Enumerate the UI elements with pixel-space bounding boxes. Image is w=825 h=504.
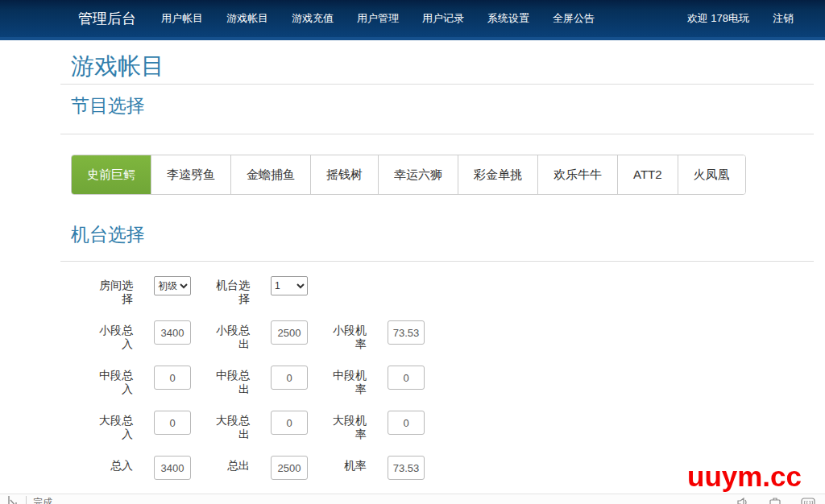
total-in-input[interactable] bbox=[154, 456, 191, 480]
total-out-input[interactable] bbox=[271, 456, 308, 480]
tab-game-3[interactable]: 摇钱树 bbox=[310, 155, 378, 194]
tab-game-0[interactable]: 史前巨鳄 bbox=[72, 155, 151, 194]
tab-game-2[interactable]: 金蟾捕鱼 bbox=[230, 155, 310, 194]
nav-item-game-recharge[interactable]: 游戏充值 bbox=[292, 11, 334, 26]
form-row-big: 大段总入 大段总出 大段机率 bbox=[71, 411, 814, 441]
signal-icon[interactable] bbox=[801, 496, 815, 504]
top-navbar: 管理后台 用户帐目 游戏帐目 游戏充值 用户管理 用户记录 系统设置 全屏公告 … bbox=[0, 0, 825, 40]
nav-item-fullscreen-announcement[interactable]: 全屏公告 bbox=[553, 11, 595, 26]
mid-total-out-input[interactable] bbox=[271, 366, 308, 390]
big-total-in-input[interactable] bbox=[154, 411, 191, 435]
total-in-label: 总入 bbox=[94, 456, 133, 473]
mid-rate-input[interactable] bbox=[388, 366, 425, 390]
nav-item-user-management[interactable]: 用户管理 bbox=[357, 11, 399, 26]
mid-total-in-input[interactable] bbox=[154, 366, 191, 390]
mid-total-in-label: 中段总入 bbox=[94, 366, 133, 396]
nav-item-user-records[interactable]: 用户记录 bbox=[422, 11, 464, 26]
page-title: 游戏帐目 bbox=[71, 53, 814, 79]
machine-number-select[interactable]: 1 bbox=[271, 276, 308, 295]
nav-item-user-accounts[interactable]: 用户帐目 bbox=[161, 11, 203, 26]
big-rate-input[interactable] bbox=[388, 411, 425, 435]
watermark-text: uuym.cc bbox=[687, 461, 802, 493]
welcome-text: 欢迎 178电玩 bbox=[687, 11, 749, 26]
total-out-label: 总出 bbox=[211, 456, 250, 473]
room-select[interactable]: 初级 bbox=[154, 276, 191, 295]
mid-rate-label: 中段机率 bbox=[328, 366, 367, 396]
tab-game-8[interactable]: 火凤凰 bbox=[678, 155, 745, 194]
main-content: 游戏帐目 节目选择 史前巨鳄 李逵劈鱼 金蟾捕鱼 摇钱树 幸运六狮 彩金单挑 欢… bbox=[71, 53, 814, 504]
game-tabs: 史前巨鳄 李逵劈鱼 金蟾捕鱼 摇钱树 幸运六狮 彩金单挑 欢乐牛牛 ATT2 火… bbox=[71, 155, 746, 195]
divider bbox=[60, 134, 814, 134]
total-rate-input[interactable] bbox=[388, 456, 425, 480]
status-bar: 完成 bbox=[0, 494, 825, 504]
form-row-selects: 房间选择 初级 机台选择 1 bbox=[71, 275, 814, 306]
small-total-out-label: 小段总出 bbox=[211, 320, 250, 351]
statusbar-separator bbox=[26, 496, 27, 504]
tab-game-6[interactable]: 欢乐牛牛 bbox=[537, 155, 617, 194]
small-rate-input[interactable] bbox=[388, 320, 425, 345]
mid-total-out-label: 中段总出 bbox=[211, 366, 250, 396]
form-row-small: 小段总入 小段总出 小段机率 bbox=[71, 320, 814, 351]
nav-item-game-accounts[interactable]: 游戏帐目 bbox=[226, 11, 268, 26]
small-total-in-input[interactable] bbox=[154, 320, 191, 345]
small-total-out-input[interactable] bbox=[271, 320, 308, 345]
machine-select-label: 机台选择 bbox=[211, 275, 250, 306]
room-select-label: 房间选择 bbox=[94, 275, 133, 306]
total-rate-label: 机率 bbox=[328, 456, 367, 473]
divider bbox=[60, 261, 814, 262]
brand-link[interactable]: 管理后台 bbox=[78, 9, 136, 28]
tab-game-5[interactable]: 彩金单挑 bbox=[458, 155, 537, 194]
tab-game-1[interactable]: 李逵劈鱼 bbox=[151, 155, 230, 194]
nav-item-system-settings[interactable]: 系统设置 bbox=[487, 11, 529, 26]
navbar-accent-strip bbox=[0, 37, 825, 40]
speaker-icon[interactable] bbox=[736, 496, 749, 504]
big-total-out-input[interactable] bbox=[271, 411, 308, 435]
tab-game-7[interactable]: ATT2 bbox=[617, 155, 678, 194]
tab-game-4[interactable]: 幸运六狮 bbox=[378, 155, 458, 194]
divider bbox=[60, 84, 814, 85]
machine-form: 房间选择 初级 机台选择 1 小段总入 小段总出 小段 bbox=[71, 275, 814, 480]
section-machine-title: 机台选择 bbox=[71, 224, 814, 245]
status-text: 完成 bbox=[33, 496, 52, 504]
big-total-out-label: 大段总出 bbox=[211, 411, 250, 441]
small-total-in-label: 小段总入 bbox=[94, 320, 133, 351]
section-program-title: 节目选择 bbox=[71, 95, 814, 116]
cursor-arrow-icon bbox=[6, 496, 18, 504]
logout-link[interactable]: 注销 bbox=[773, 11, 794, 26]
big-rate-label: 大段机率 bbox=[328, 411, 367, 441]
form-row-mid: 中段总入 中段总出 中段机率 bbox=[71, 366, 814, 396]
small-rate-label: 小段机率 bbox=[328, 320, 367, 351]
big-total-in-label: 大段总入 bbox=[94, 411, 133, 441]
briefcase-icon[interactable] bbox=[769, 496, 781, 504]
